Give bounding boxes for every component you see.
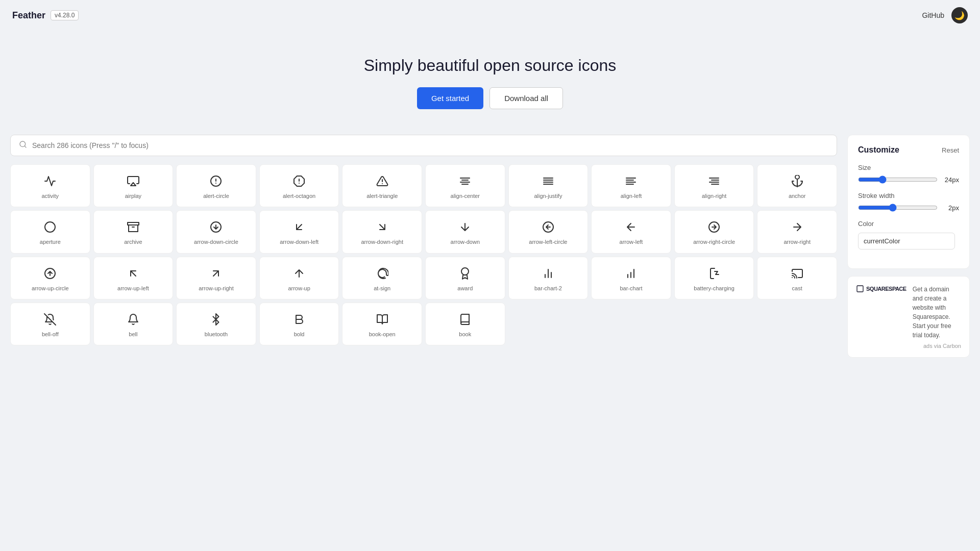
icon-label: align-center [451, 192, 480, 199]
customize-title: Customize [858, 145, 899, 155]
arrow-down-icon [459, 221, 471, 233]
icon-card-anchor[interactable]: anchor [757, 164, 837, 207]
size-slider[interactable] [858, 176, 938, 184]
icon-card-align-right[interactable]: align-right [674, 164, 754, 207]
icon-card-alert-circle[interactable]: alert-circle [176, 164, 256, 207]
download-all-button[interactable]: Download all [489, 87, 563, 109]
customize-header: Customize Reset [858, 145, 959, 155]
icon-card-arrow-up-circle[interactable]: arrow-up-circle [10, 257, 90, 299]
icon-card-align-left[interactable]: align-left [591, 164, 671, 207]
arrow-down-right-icon [376, 221, 388, 233]
icon-card-alert-triangle[interactable]: alert-triangle [342, 164, 422, 207]
airplay-icon [127, 175, 139, 187]
svg-line-1 [24, 146, 26, 147]
size-label: Size [858, 164, 959, 171]
align-right-icon [708, 175, 720, 187]
icon-label: alert-triangle [366, 192, 398, 199]
bar-chart-2-icon [542, 267, 554, 280]
icon-card-activity[interactable]: activity [10, 164, 90, 207]
icon-card-arrow-left[interactable]: arrow-left [591, 210, 671, 253]
icon-card-bar-chart[interactable]: bar-chart [591, 257, 671, 299]
reset-button[interactable]: Reset [942, 146, 959, 154]
icon-label: alert-octagon [283, 192, 315, 199]
icon-card-arrow-up[interactable]: arrow-up [259, 257, 339, 299]
arrow-left-circle-icon [542, 221, 554, 233]
github-link[interactable]: GitHub [922, 11, 944, 19]
icon-label: arrow-down-circle [194, 238, 238, 245]
align-center-icon [459, 175, 471, 187]
stroke-value: 2px [943, 204, 959, 212]
icon-card-alert-octagon[interactable]: alert-octagon [259, 164, 339, 207]
icon-label: bold [294, 331, 305, 338]
icon-card-aperture[interactable]: aperture [10, 210, 90, 253]
icon-card-book[interactable]: book [425, 303, 505, 345]
ads-panel: SQUARESPACE Get a domain and create a we… [847, 276, 970, 358]
icon-card-bell[interactable]: bell [93, 303, 174, 345]
icon-label: award [457, 285, 473, 292]
icon-card-align-justify[interactable]: align-justify [508, 164, 589, 207]
icon-card-arrow-down-circle[interactable]: arrow-down-circle [176, 210, 256, 253]
icon-card-battery-charging[interactable]: battery-charging [674, 257, 754, 299]
icon-card-arrow-up-right[interactable]: arrow-up-right [176, 257, 256, 299]
icon-card-arrow-down-right[interactable]: arrow-down-right [342, 210, 422, 253]
at-sign-icon [376, 267, 388, 280]
icon-card-arrow-down-left[interactable]: arrow-down-left [259, 210, 339, 253]
icon-label: arrow-left [620, 238, 643, 245]
icon-card-arrow-left-circle[interactable]: arrow-left-circle [508, 210, 589, 253]
size-slider-row: 24px [858, 176, 959, 184]
icon-label: arrow-right [783, 238, 811, 245]
icon-label: arrow-down [451, 238, 480, 245]
icon-card-at-sign[interactable]: at-sign [342, 257, 422, 299]
header-right: GitHub 🌙 [922, 7, 968, 23]
arrow-up-left-icon [127, 267, 139, 280]
icon-label: cast [792, 285, 802, 292]
icon-card-arrow-right-circle[interactable]: arrow-right-circle [674, 210, 754, 253]
icon-label: align-right [702, 192, 726, 199]
icon-label: at-sign [374, 285, 390, 292]
stroke-label: Stroke width [858, 192, 959, 199]
icon-card-archive[interactable]: archive [93, 210, 174, 253]
icon-label: bar-chart-2 [534, 285, 562, 292]
theme-toggle-button[interactable]: 🌙 [951, 7, 968, 23]
customize-panel: Customize Reset Size 24px Stroke width 2… [847, 135, 970, 269]
stroke-slider[interactable] [858, 204, 938, 212]
color-row [858, 232, 959, 250]
alert-circle-icon [210, 175, 222, 187]
icon-card-arrow-down[interactable]: arrow-down [425, 210, 505, 253]
icon-label: arrow-down-right [361, 238, 403, 245]
search-icon [19, 140, 27, 151]
book-icon [459, 313, 471, 325]
arrow-up-right-icon [210, 267, 222, 280]
icon-card-bar-chart-2[interactable]: bar-chart-2 [508, 257, 589, 299]
icons-area: activityairplayalert-circlealert-octagon… [10, 135, 837, 358]
icon-card-bold[interactable]: bold [259, 303, 339, 345]
main-container: activityairplayalert-circlealert-octagon… [0, 124, 980, 358]
icon-card-arrow-right[interactable]: arrow-right [757, 210, 837, 253]
color-control: Color [858, 220, 959, 250]
arrow-right-icon [791, 221, 803, 233]
align-left-icon [625, 175, 637, 187]
color-text-input[interactable] [858, 233, 955, 249]
ads-via: ads via Carbon [913, 343, 961, 349]
search-input[interactable] [32, 141, 828, 149]
icon-card-bluetooth[interactable]: bluetooth [176, 303, 256, 345]
icon-card-bell-off[interactable]: bell-off [10, 303, 90, 345]
icon-card-book-open[interactable]: book-open [342, 303, 422, 345]
get-started-button[interactable]: Get started [417, 87, 483, 109]
stroke-control: Stroke width 2px [858, 192, 959, 212]
icons-grid: activityairplayalert-circlealert-octagon… [10, 164, 837, 345]
icon-label: arrow-up-circle [32, 285, 69, 292]
icon-card-arrow-up-left[interactable]: arrow-up-left [93, 257, 174, 299]
size-value: 24px [943, 176, 959, 184]
bluetooth-icon [210, 313, 222, 325]
icon-card-cast[interactable]: cast [757, 257, 837, 299]
icon-card-airplay[interactable]: airplay [93, 164, 174, 207]
arrow-up-icon [293, 267, 305, 280]
hero-buttons: Get started Download all [10, 87, 970, 109]
icon-label: alert-circle [203, 192, 229, 199]
color-label: Color [858, 220, 959, 228]
icon-card-award[interactable]: award [425, 257, 505, 299]
ads-content: Get a domain and create a website with S… [913, 285, 961, 349]
alert-octagon-icon [293, 175, 305, 187]
icon-card-align-center[interactable]: align-center [425, 164, 505, 207]
